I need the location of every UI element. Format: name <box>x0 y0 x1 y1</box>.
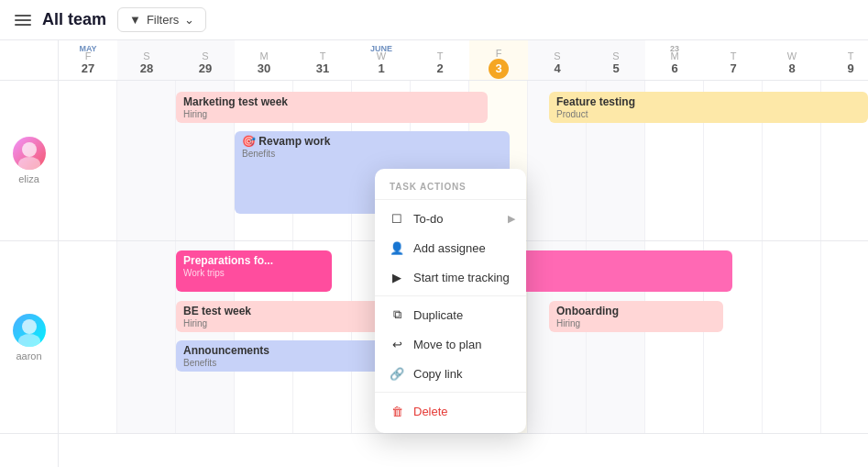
user-header-spacer <box>0 40 58 81</box>
menu-item-delete[interactable]: 🗑 Delete <box>375 396 526 426</box>
svg-point-1 <box>18 157 40 170</box>
user-name-eliza: eliza <box>18 173 39 184</box>
user-name-aaron: aaron <box>16 350 41 361</box>
todo-icon: ☐ <box>390 211 404 226</box>
trash-icon: 🗑 <box>390 404 404 418</box>
chevron-down-icon: ⌄ <box>184 13 194 27</box>
user-sidebar: eliza aaron <box>0 40 59 467</box>
user-row-aaron: aaron <box>0 241 58 434</box>
link-icon: 🔗 <box>390 366 404 381</box>
menu-item-copy-link[interactable]: 🔗 Copy link <box>375 359 526 388</box>
app-container: All team ▼ Filters ⌄ eliza aaron <box>0 0 868 467</box>
context-menu-header: TASK ACTIONS <box>375 176 526 200</box>
header: All team ▼ Filters ⌄ <box>0 0 868 40</box>
menu-item-add-assignee[interactable]: 👤 Add assignee <box>375 233 526 262</box>
svg-point-0 <box>22 142 37 157</box>
svg-point-2 <box>22 319 37 334</box>
page-title: All team <box>42 10 106 29</box>
avatar-aaron <box>13 314 46 347</box>
add-assignee-icon: 👤 <box>390 240 404 255</box>
menu-item-start-tracking[interactable]: ▶ Start time tracking <box>375 262 526 292</box>
menu-item-move-to-plan[interactable]: ↩ Move to plan <box>375 329 526 359</box>
menu-item-duplicate[interactable]: ⧉ Duplicate <box>375 300 526 329</box>
duplicate-icon: ⧉ <box>390 307 404 322</box>
context-menu-overlay: TASK ACTIONS ☐ To-do ▶ 👤 Add assignee ▶ … <box>59 40 868 467</box>
hamburger-icon[interactable] <box>15 15 31 26</box>
menu-item-todo[interactable]: ☐ To-do ▶ <box>375 204 526 233</box>
calendar-grid: MAY F 27 S 28 S 29 M 30 T 31 <box>59 40 868 467</box>
filters-button[interactable]: ▼ Filters ⌄ <box>117 7 206 32</box>
menu-divider-1 <box>375 295 526 296</box>
user-row-eliza: eliza <box>0 81 58 241</box>
menu-divider-2 <box>375 392 526 393</box>
move-icon: ↩ <box>390 337 404 351</box>
filter-icon: ▼ <box>129 13 141 27</box>
avatar-eliza <box>13 137 46 170</box>
context-menu: TASK ACTIONS ☐ To-do ▶ 👤 Add assignee ▶ … <box>375 169 526 433</box>
calendar-wrapper: eliza aaron MAY F 27 S 28 <box>0 40 868 467</box>
submenu-arrow-icon: ▶ <box>508 213 515 225</box>
play-icon: ▶ <box>390 270 404 284</box>
svg-point-3 <box>18 334 40 347</box>
